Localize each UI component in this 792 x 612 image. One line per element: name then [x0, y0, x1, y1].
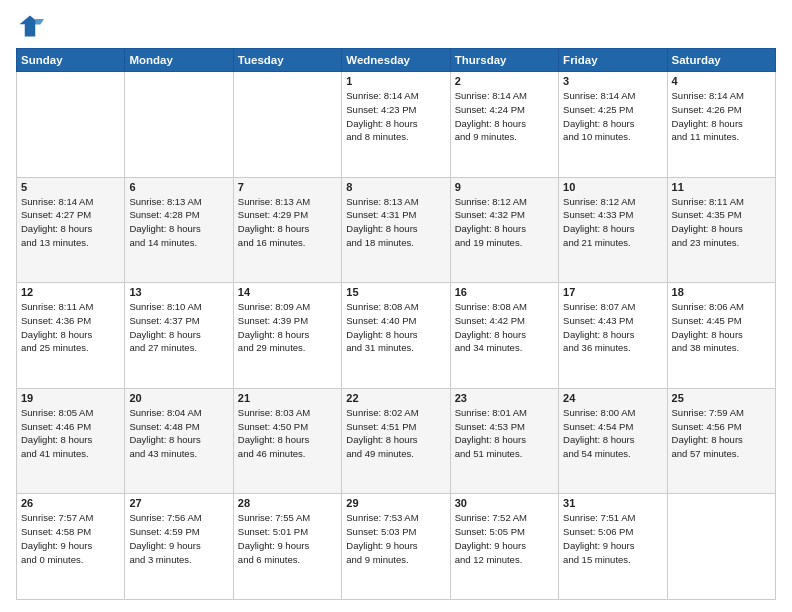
week-row-3: 19Sunrise: 8:05 AM Sunset: 4:46 PM Dayli… — [17, 388, 776, 494]
week-row-4: 26Sunrise: 7:57 AM Sunset: 4:58 PM Dayli… — [17, 494, 776, 600]
day-cell-20: 20Sunrise: 8:04 AM Sunset: 4:48 PM Dayli… — [125, 388, 233, 494]
day-detail: Sunrise: 8:14 AM Sunset: 4:26 PM Dayligh… — [672, 89, 771, 144]
day-detail: Sunrise: 8:05 AM Sunset: 4:46 PM Dayligh… — [21, 406, 120, 461]
week-row-0: 1Sunrise: 8:14 AM Sunset: 4:23 PM Daylig… — [17, 72, 776, 178]
day-number: 4 — [672, 75, 771, 87]
day-detail: Sunrise: 8:04 AM Sunset: 4:48 PM Dayligh… — [129, 406, 228, 461]
day-detail: Sunrise: 8:14 AM Sunset: 4:25 PM Dayligh… — [563, 89, 662, 144]
day-detail: Sunrise: 7:57 AM Sunset: 4:58 PM Dayligh… — [21, 511, 120, 566]
day-cell-5: 5Sunrise: 8:14 AM Sunset: 4:27 PM Daylig… — [17, 177, 125, 283]
day-detail: Sunrise: 7:52 AM Sunset: 5:05 PM Dayligh… — [455, 511, 554, 566]
day-cell-10: 10Sunrise: 8:12 AM Sunset: 4:33 PM Dayli… — [559, 177, 667, 283]
day-cell-18: 18Sunrise: 8:06 AM Sunset: 4:45 PM Dayli… — [667, 283, 775, 389]
empty-cell — [17, 72, 125, 178]
day-number: 11 — [672, 181, 771, 193]
day-number: 12 — [21, 286, 120, 298]
day-detail: Sunrise: 8:14 AM Sunset: 4:23 PM Dayligh… — [346, 89, 445, 144]
day-detail: Sunrise: 7:55 AM Sunset: 5:01 PM Dayligh… — [238, 511, 337, 566]
day-number: 2 — [455, 75, 554, 87]
day-cell-9: 9Sunrise: 8:12 AM Sunset: 4:32 PM Daylig… — [450, 177, 558, 283]
day-cell-21: 21Sunrise: 8:03 AM Sunset: 4:50 PM Dayli… — [233, 388, 341, 494]
day-cell-26: 26Sunrise: 7:57 AM Sunset: 4:58 PM Dayli… — [17, 494, 125, 600]
day-number: 31 — [563, 497, 662, 509]
day-detail: Sunrise: 8:08 AM Sunset: 4:40 PM Dayligh… — [346, 300, 445, 355]
day-number: 26 — [21, 497, 120, 509]
day-detail: Sunrise: 8:09 AM Sunset: 4:39 PM Dayligh… — [238, 300, 337, 355]
page: SundayMondayTuesdayWednesdayThursdayFrid… — [0, 0, 792, 612]
day-detail: Sunrise: 8:13 AM Sunset: 4:29 PM Dayligh… — [238, 195, 337, 250]
day-detail: Sunrise: 8:12 AM Sunset: 4:33 PM Dayligh… — [563, 195, 662, 250]
day-detail: Sunrise: 8:10 AM Sunset: 4:37 PM Dayligh… — [129, 300, 228, 355]
day-number: 28 — [238, 497, 337, 509]
day-cell-13: 13Sunrise: 8:10 AM Sunset: 4:37 PM Dayli… — [125, 283, 233, 389]
weekday-sunday: Sunday — [17, 49, 125, 72]
weekday-monday: Monday — [125, 49, 233, 72]
day-cell-25: 25Sunrise: 7:59 AM Sunset: 4:56 PM Dayli… — [667, 388, 775, 494]
day-number: 7 — [238, 181, 337, 193]
day-number: 8 — [346, 181, 445, 193]
day-cell-23: 23Sunrise: 8:01 AM Sunset: 4:53 PM Dayli… — [450, 388, 558, 494]
day-number: 20 — [129, 392, 228, 404]
day-cell-30: 30Sunrise: 7:52 AM Sunset: 5:05 PM Dayli… — [450, 494, 558, 600]
day-cell-31: 31Sunrise: 7:51 AM Sunset: 5:06 PM Dayli… — [559, 494, 667, 600]
day-number: 27 — [129, 497, 228, 509]
day-number: 23 — [455, 392, 554, 404]
day-detail: Sunrise: 8:07 AM Sunset: 4:43 PM Dayligh… — [563, 300, 662, 355]
logo — [16, 12, 48, 40]
day-detail: Sunrise: 8:02 AM Sunset: 4:51 PM Dayligh… — [346, 406, 445, 461]
weekday-header-row: SundayMondayTuesdayWednesdayThursdayFrid… — [17, 49, 776, 72]
day-number: 14 — [238, 286, 337, 298]
day-number: 1 — [346, 75, 445, 87]
day-detail: Sunrise: 8:08 AM Sunset: 4:42 PM Dayligh… — [455, 300, 554, 355]
day-cell-1: 1Sunrise: 8:14 AM Sunset: 4:23 PM Daylig… — [342, 72, 450, 178]
day-cell-24: 24Sunrise: 8:00 AM Sunset: 4:54 PM Dayli… — [559, 388, 667, 494]
day-number: 19 — [21, 392, 120, 404]
day-cell-16: 16Sunrise: 8:08 AM Sunset: 4:42 PM Dayli… — [450, 283, 558, 389]
day-number: 29 — [346, 497, 445, 509]
day-cell-12: 12Sunrise: 8:11 AM Sunset: 4:36 PM Dayli… — [17, 283, 125, 389]
calendar-table: SundayMondayTuesdayWednesdayThursdayFrid… — [16, 48, 776, 600]
day-cell-14: 14Sunrise: 8:09 AM Sunset: 4:39 PM Dayli… — [233, 283, 341, 389]
svg-marker-1 — [35, 19, 44, 24]
day-number: 30 — [455, 497, 554, 509]
day-detail: Sunrise: 7:51 AM Sunset: 5:06 PM Dayligh… — [563, 511, 662, 566]
empty-cell — [125, 72, 233, 178]
day-number: 16 — [455, 286, 554, 298]
week-row-2: 12Sunrise: 8:11 AM Sunset: 4:36 PM Dayli… — [17, 283, 776, 389]
day-detail: Sunrise: 7:59 AM Sunset: 4:56 PM Dayligh… — [672, 406, 771, 461]
weekday-wednesday: Wednesday — [342, 49, 450, 72]
day-number: 24 — [563, 392, 662, 404]
logo-icon — [16, 12, 44, 40]
empty-cell — [233, 72, 341, 178]
day-cell-17: 17Sunrise: 8:07 AM Sunset: 4:43 PM Dayli… — [559, 283, 667, 389]
day-cell-4: 4Sunrise: 8:14 AM Sunset: 4:26 PM Daylig… — [667, 72, 775, 178]
day-cell-27: 27Sunrise: 7:56 AM Sunset: 4:59 PM Dayli… — [125, 494, 233, 600]
weekday-saturday: Saturday — [667, 49, 775, 72]
day-number: 18 — [672, 286, 771, 298]
day-number: 10 — [563, 181, 662, 193]
day-cell-28: 28Sunrise: 7:55 AM Sunset: 5:01 PM Dayli… — [233, 494, 341, 600]
day-cell-19: 19Sunrise: 8:05 AM Sunset: 4:46 PM Dayli… — [17, 388, 125, 494]
day-number: 5 — [21, 181, 120, 193]
day-cell-6: 6Sunrise: 8:13 AM Sunset: 4:28 PM Daylig… — [125, 177, 233, 283]
empty-cell — [667, 494, 775, 600]
weekday-friday: Friday — [559, 49, 667, 72]
day-number: 22 — [346, 392, 445, 404]
day-detail: Sunrise: 8:11 AM Sunset: 4:35 PM Dayligh… — [672, 195, 771, 250]
header — [16, 12, 776, 40]
day-detail: Sunrise: 7:56 AM Sunset: 4:59 PM Dayligh… — [129, 511, 228, 566]
day-number: 13 — [129, 286, 228, 298]
day-cell-22: 22Sunrise: 8:02 AM Sunset: 4:51 PM Dayli… — [342, 388, 450, 494]
day-number: 25 — [672, 392, 771, 404]
day-detail: Sunrise: 8:01 AM Sunset: 4:53 PM Dayligh… — [455, 406, 554, 461]
day-detail: Sunrise: 7:53 AM Sunset: 5:03 PM Dayligh… — [346, 511, 445, 566]
day-number: 17 — [563, 286, 662, 298]
day-detail: Sunrise: 8:12 AM Sunset: 4:32 PM Dayligh… — [455, 195, 554, 250]
day-cell-15: 15Sunrise: 8:08 AM Sunset: 4:40 PM Dayli… — [342, 283, 450, 389]
day-detail: Sunrise: 8:00 AM Sunset: 4:54 PM Dayligh… — [563, 406, 662, 461]
day-number: 21 — [238, 392, 337, 404]
day-detail: Sunrise: 8:14 AM Sunset: 4:27 PM Dayligh… — [21, 195, 120, 250]
day-detail: Sunrise: 8:13 AM Sunset: 4:28 PM Dayligh… — [129, 195, 228, 250]
day-cell-7: 7Sunrise: 8:13 AM Sunset: 4:29 PM Daylig… — [233, 177, 341, 283]
day-number: 9 — [455, 181, 554, 193]
